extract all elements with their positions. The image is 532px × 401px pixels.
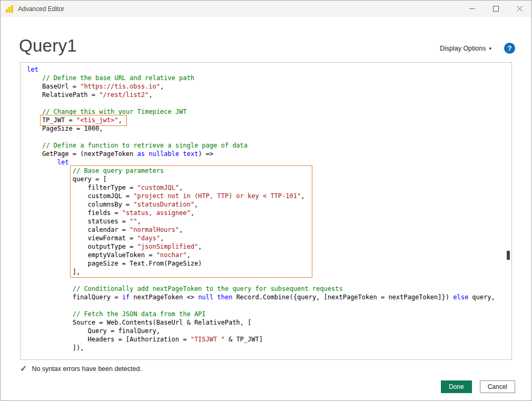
code-line: filterType = "customJQL", bbox=[27, 183, 504, 192]
code-line: finalQuery = if nextPageToken <> null th… bbox=[27, 293, 504, 301]
code-line: Query = finalQuery, bbox=[27, 327, 504, 335]
code-line: emptyValueToken = "nochar", bbox=[27, 251, 504, 259]
display-options-label: Display Options bbox=[440, 45, 486, 52]
code-line bbox=[27, 99, 504, 107]
display-options-dropdown[interactable]: Display Options ▾ bbox=[437, 44, 495, 53]
code-line: // Define the base URL and relative path bbox=[27, 74, 504, 82]
code-line: PageSize = 1000, bbox=[27, 124, 504, 133]
header-controls: Display Options ▾ ? bbox=[437, 43, 515, 56]
code-editor[interactable]: let // Define the base URL and relative … bbox=[20, 62, 512, 360]
code-line: // Conditionally add nextPageToken to th… bbox=[27, 285, 504, 293]
code-line bbox=[27, 133, 504, 141]
code-line: // Fetch the JSON data from the API bbox=[27, 310, 504, 318]
dialog-header: Query1 Display Options ▾ ? bbox=[1, 17, 531, 62]
code-line: // Base query parameters bbox=[27, 167, 504, 175]
code-line: RelativePath = "/rest/list2", bbox=[27, 91, 504, 99]
code-line: ]), bbox=[27, 344, 504, 352]
code-line: ], bbox=[27, 268, 504, 276]
code-line: calendar = "normalHours", bbox=[27, 226, 504, 234]
code-line: Source = Web.Contents(BaseUrl & Relative… bbox=[27, 318, 504, 327]
syntax-status-text: No syntax errors have been detected. bbox=[32, 365, 141, 373]
code-line: query = [ bbox=[27, 175, 504, 183]
code-line: BaseUrl = "https://tis.obss.io", bbox=[27, 82, 504, 91]
code-line: GetPage = (nextPageToken as nullable tex… bbox=[27, 150, 504, 158]
window-title: Advanced Editor bbox=[18, 5, 64, 13]
minimize-icon bbox=[469, 6, 475, 12]
code-line bbox=[27, 276, 504, 285]
code-line: statuses = "", bbox=[27, 217, 504, 226]
chevron-down-icon: ▾ bbox=[489, 46, 491, 51]
code-content: let // Define the base URL and relative … bbox=[27, 65, 504, 352]
titlebar: Advanced Editor bbox=[1, 1, 531, 17]
code-line: customJQL = "project not in (HTP, TTP) o… bbox=[27, 192, 504, 200]
advanced-editor-window: Advanced Editor Query1 Display Options ▾… bbox=[0, 0, 532, 401]
code-line bbox=[27, 301, 504, 310]
help-button[interactable]: ? bbox=[504, 43, 515, 54]
scrollbar-thumb[interactable] bbox=[507, 251, 510, 260]
code-line: viewFormat = "days", bbox=[27, 234, 504, 242]
code-line: fields = "status, assignee", bbox=[27, 209, 504, 217]
code-line: pageSize = Text.From(PageSize) bbox=[27, 259, 504, 268]
code-line: let bbox=[27, 158, 504, 167]
maximize-icon bbox=[493, 6, 499, 12]
maximize-button[interactable] bbox=[484, 1, 508, 17]
minimize-button[interactable] bbox=[460, 1, 484, 17]
cancel-button[interactable]: Cancel bbox=[480, 380, 515, 393]
checkmark-icon: ✓ bbox=[20, 365, 27, 373]
dialog-actions: Done Cancel bbox=[1, 380, 515, 393]
close-icon bbox=[517, 6, 523, 12]
query-title: Query1 bbox=[19, 36, 77, 56]
code-line: // Define a function to retrieve a singl… bbox=[27, 141, 504, 150]
question-mark-icon: ? bbox=[508, 44, 512, 52]
code-line: TP_JWT = "<tis_jwt>", bbox=[27, 116, 504, 124]
code-line: // Change this with your Timepiece JWT bbox=[27, 107, 504, 116]
done-button[interactable]: Done bbox=[441, 380, 472, 393]
powerbi-logo-icon bbox=[5, 5, 14, 13]
syntax-status-row: ✓ No syntax errors have been detected. bbox=[20, 365, 512, 373]
code-line: let bbox=[27, 65, 504, 74]
code-line: outputType = "jsonSimplified", bbox=[27, 242, 504, 251]
code-line: columnsBy = "statusDuration", bbox=[27, 200, 504, 209]
close-button[interactable] bbox=[508, 1, 531, 17]
window-controls bbox=[460, 1, 531, 17]
code-line: Headers = [Authorization = "TISJWT " & T… bbox=[27, 335, 504, 344]
